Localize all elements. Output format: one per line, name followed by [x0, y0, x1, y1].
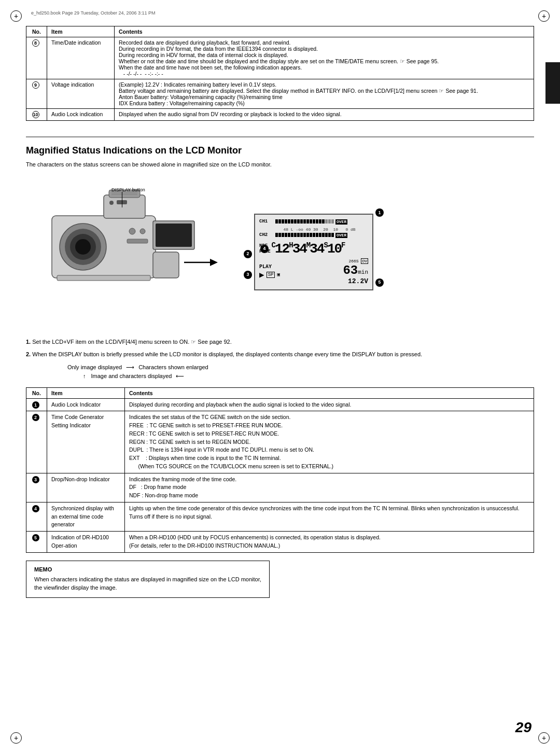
table-row: 10 Audio Lock indication Displayed when …	[26, 109, 534, 121]
lcd-bar-ch2	[275, 233, 334, 237]
bottom-row-5-contents: When a DR-HD100 (HDD unit by FOCUS enhan…	[125, 532, 534, 553]
lcd-panel-wrapper: 1 CH1	[254, 214, 373, 290]
table-row: 8 Time/Date indication Recorded data are…	[26, 37, 534, 79]
top-table-header-no: No.	[26, 26, 47, 37]
memo-title: MEMO	[34, 566, 261, 573]
lcd-play-right: 266S DV 63min 12.2V	[343, 259, 368, 285]
bottom-row-2-no: 2	[26, 411, 47, 473]
flow-back-label: Image and characters displayed	[91, 373, 172, 379]
lcd-play-icon: ▶	[259, 270, 264, 280]
flow-right: Characters shown enlarged	[138, 364, 208, 370]
lcd-ch2-row: CH2	[259, 232, 368, 239]
flow-row-2: ↑ Image and characters displayed ⟵	[83, 373, 534, 380]
section-divider	[26, 136, 534, 137]
svg-point-19	[109, 201, 114, 205]
section-intro: The characters on the status screens can…	[26, 160, 534, 169]
svg-point-4	[75, 239, 91, 255]
svg-point-12	[129, 228, 135, 234]
side-bar	[545, 62, 560, 104]
flow-up-arrow: ↑	[83, 373, 86, 379]
lcd-ch1-row: CH1	[259, 219, 368, 226]
lcd-play-row: PLAY ▶ SP ▣ 266S DV 63min 12.2V	[259, 259, 368, 285]
top-table: No. Item Contents 8 Time/Date indication…	[26, 26, 534, 121]
top-table-header-item: Item	[47, 26, 115, 37]
bottom-row-2-item: Time Code Generator Setting Indicator	[47, 411, 125, 473]
flow-row-1: Only image displayed ⟶ Characters shown …	[67, 364, 534, 371]
lcd-sp-label: SP	[267, 272, 275, 278]
filled-circle-1: 1	[32, 401, 39, 409]
corner-mark-br	[538, 732, 550, 744]
bottom-row-1-contents: Displayed during recording and playback …	[125, 398, 534, 411]
lcd-minutes: 63min	[343, 263, 368, 277]
bottom-row-4-item: Synchronized display with an external ti…	[47, 502, 125, 531]
corner-mark-tr	[538, 10, 550, 22]
flow-left: Only image displayed	[67, 364, 122, 370]
lcd-bar-ch1	[275, 219, 334, 224]
lcd-min-label: min	[358, 269, 368, 275]
lcd-play-label: PLAY	[259, 264, 280, 270]
indicator-3-wrapper: 3	[244, 271, 252, 279]
lcd-play-controls: ▶ SP ▣	[259, 270, 280, 280]
lcd-tc-m: M	[306, 241, 310, 249]
display-button-line	[122, 192, 122, 207]
lcd-panel: CH1	[254, 214, 373, 290]
bottom-row-3-item: Drop/Non-drop Indicator	[47, 473, 125, 502]
bottom-table-header-no: No.	[26, 387, 47, 398]
indicator-2: 2	[244, 250, 252, 258]
lcd-db-scale: 48 L -oo 40 30 20 10 0 dB	[276, 227, 368, 232]
bottom-table: No. Item Contents 1 Audio Lock Indicator…	[26, 387, 534, 553]
lcd-tc-h: H	[289, 241, 292, 249]
row-10-contents: Displayed when the audio signal from DV …	[115, 109, 534, 121]
lcd-play-left: PLAY ▶ SP ▣	[259, 264, 280, 280]
lcd-tc-c: C	[272, 241, 275, 249]
section-heading: Magnified Status Indications on the LCD …	[26, 145, 534, 156]
step-2-text: When the DISPLAY button is briefly press…	[32, 351, 422, 357]
row-8-no: 8	[26, 37, 47, 79]
lcd-tc-f: F	[341, 241, 344, 249]
indicator-3: 3	[244, 271, 252, 279]
bottom-row-1-no: 1	[26, 398, 47, 411]
lcd-ch2-bar	[275, 232, 334, 239]
table-row: 9 Voltage indication (Example) 12.2V : I…	[26, 79, 534, 109]
table-row: 4 Synchronized display with an external …	[26, 502, 534, 531]
bottom-row-3-contents: Indicates the framing mode of the time c…	[125, 473, 534, 502]
memo-section: MEMO When characters indicating the stat…	[26, 561, 534, 598]
table-row: 3 Drop/Non-drop Indicator Indicates the …	[26, 473, 534, 502]
row-9-contents: (Example) 12.2V : Indicates remaining ba…	[115, 79, 534, 109]
row-8-contents: Recorded data are displayed during playb…	[115, 37, 534, 79]
step-1-num: 1.	[26, 339, 31, 345]
lcd-ch1-over: OVER	[335, 219, 347, 225]
indicator-2-wrapper: 2	[244, 250, 252, 258]
corner-mark-bl	[10, 732, 22, 744]
table-row: 2 Time Code Generator Setting Indicator …	[26, 411, 534, 473]
table-row: 1 Audio Lock Indicator Displayed during …	[26, 398, 534, 411]
bottom-row-3-no: 3	[26, 473, 47, 502]
bottom-row-1-item: Audio Lock Indicator	[47, 398, 125, 411]
top-table-header-contents: Contents	[115, 26, 534, 37]
display-button-label: DISPLAY button	[111, 187, 145, 192]
page-number: 29	[515, 719, 531, 736]
filled-circle-5: 5	[32, 534, 39, 541]
circle-9: 9	[32, 81, 39, 89]
bottom-table-header-contents: Contents	[125, 387, 534, 398]
circle-10: 10	[32, 111, 39, 118]
indicator-1: 1	[375, 208, 384, 217]
flow-diagram: Only image displayed ⟶ Characters shown …	[67, 364, 534, 380]
lcd-tc-s: S	[324, 241, 327, 249]
filled-circle-4: 4	[32, 505, 39, 512]
flow-back-arrow: ⟵	[176, 373, 184, 380]
lcd-mini-icon: ▣	[277, 272, 279, 277]
bottom-table-header-item: Item	[47, 387, 125, 398]
row-9-item: Voltage indication	[47, 79, 115, 109]
svg-rect-18	[57, 275, 150, 281]
row-10-item: Audio Lock indication	[47, 109, 115, 121]
bottom-row-2-contents: Indicates the set status of the TC GENE …	[125, 411, 534, 473]
corner-mark-tl	[10, 10, 22, 22]
filled-circle-2: 2	[32, 414, 39, 421]
bottom-row-4-no: 4	[26, 502, 47, 531]
indicator-5-wrapper: 5	[375, 278, 384, 287]
lcd-ch1-label: CH1	[259, 219, 274, 225]
step-1: 1. Set the LCD+VF item on the LCD/VF[4/4…	[26, 338, 534, 346]
camera-diagram: DISPLAY button	[26, 179, 244, 325]
indicator-1-marker: 1	[375, 208, 384, 217]
